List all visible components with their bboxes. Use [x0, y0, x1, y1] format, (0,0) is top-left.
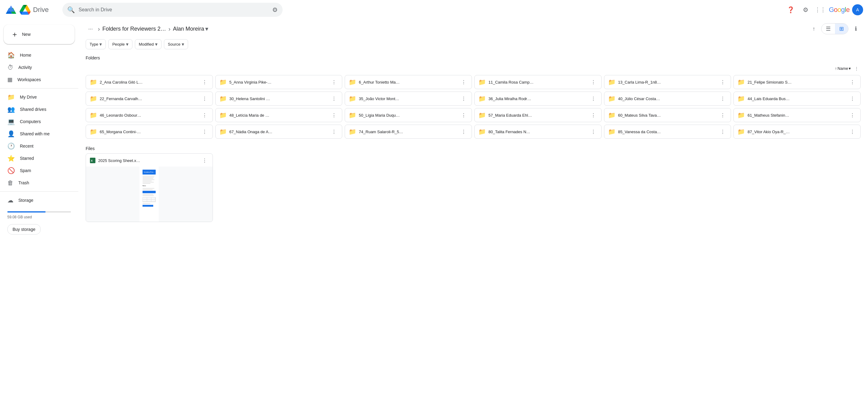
spam-icon: 🚫	[7, 167, 15, 174]
folder-more-button[interactable]: ⋮	[459, 128, 468, 136]
preview-line-3	[143, 178, 153, 179]
folder-item[interactable]: 📁 67_Nádia Onaga de A… ⋮	[215, 124, 343, 139]
folder-item[interactable]: 📁 65_Morgana Contini-… ⋮	[86, 124, 213, 139]
folder-more-button[interactable]: ⋮	[459, 78, 468, 86]
folder-item[interactable]: 📁 40_Júlio César Costa… ⋮	[604, 91, 731, 106]
folder-more-button[interactable]: ⋮	[459, 94, 468, 103]
sidebar-item-workspaces[interactable]: ▦ Workspaces	[0, 74, 73, 86]
folder-icon: 📁	[737, 78, 745, 86]
folder-more-button[interactable]: ⋮	[330, 111, 338, 119]
folder-more-button[interactable]: ⋮	[459, 111, 468, 119]
folder-more-button[interactable]: ⋮	[200, 78, 209, 86]
breadcrumb-more-button[interactable]: ···	[86, 24, 95, 34]
grid-view-button[interactable]: ⊞	[835, 24, 848, 34]
folder-icon: 📁	[349, 128, 356, 135]
folder-item[interactable]: 📁 85_Vanessa da Costa… ⋮	[604, 124, 731, 139]
logo-area: Drive	[5, 4, 60, 16]
folder-item[interactable]: 📁 2_Ana Carolina Giló L… ⋮	[86, 75, 213, 89]
modified-filter-chip[interactable]: Modified ▾	[135, 39, 161, 49]
folder-more-button[interactable]: ⋮	[200, 94, 209, 103]
sidebar-item-shared-drives[interactable]: 👥 Shared drives	[0, 103, 73, 115]
folder-more-button[interactable]: ⋮	[200, 111, 209, 119]
folder-item[interactable]: 📁 87_Vitor Akio Oya-R_… ⋮	[734, 124, 861, 139]
search-input[interactable]	[79, 7, 269, 12]
sidebar-item-spam[interactable]: 🚫 Spam	[0, 164, 73, 177]
drive-logo-icon	[5, 4, 17, 16]
info-button[interactable]: ℹ	[851, 24, 861, 34]
folder-more-button[interactable]: ⋮	[589, 78, 598, 86]
sidebar: ＋ New 🏠 Home ⏱ Activity ▦ Workspaces 📁 M…	[0, 20, 78, 395]
search-bar[interactable]: 🔍 ⚙	[62, 3, 283, 17]
sidebar-item-recent[interactable]: 🕐 Recent	[0, 140, 73, 152]
folder-item[interactable]: 📁 36_Julia Miralha Rodr… ⋮	[474, 91, 601, 106]
sort-more-button[interactable]: ⋮	[852, 64, 861, 73]
avatar[interactable]: A	[852, 4, 863, 15]
sidebar-item-storage[interactable]: ☁ Storage	[0, 194, 73, 206]
folder-more-button[interactable]: ⋮	[848, 128, 857, 136]
folder-more-button[interactable]: ⋮	[848, 94, 857, 103]
folder-more-button[interactable]: ⋮	[718, 111, 727, 119]
filter-search-icon[interactable]: ⚙	[272, 6, 278, 13]
folder-more-button[interactable]: ⋮	[330, 94, 338, 103]
folder-item[interactable]: 📁 44_Lais Eduarda Bus… ⋮	[734, 91, 861, 106]
sort-ascending-button[interactable]: ↑	[809, 24, 819, 34]
folder-more-button[interactable]: ⋮	[718, 128, 727, 136]
sidebar-item-activity[interactable]: ⏱ Activity	[0, 61, 73, 74]
source-filter-chevron: ▾	[182, 41, 184, 47]
help-button[interactable]: ❓	[785, 4, 797, 16]
folder-more-button[interactable]: ⋮	[589, 111, 598, 119]
sidebar-item-my-drive[interactable]: 📁 My Drive	[0, 91, 73, 103]
folder-item[interactable]: 📁 46_Leonardo Osbour… ⋮	[86, 108, 213, 122]
folder-icon: 📁	[349, 95, 356, 102]
breadcrumb-parent-folder[interactable]: Folders for Reviewers 2…	[102, 26, 166, 32]
folder-item[interactable]: 📁 35_João Victor Mont… ⋮	[345, 91, 472, 106]
settings-button[interactable]: ⚙	[800, 4, 812, 16]
folder-item[interactable]: 📁 61_Matheus Stefanin… ⋮	[734, 108, 861, 122]
folder-item[interactable]: 📁 74_Ruam Salaroli-R_5… ⋮	[345, 124, 472, 139]
apps-button[interactable]: ⋮⋮	[814, 4, 827, 16]
folder-item[interactable]: 📁 60_Mateus Silva Tava… ⋮	[604, 108, 731, 122]
folder-item[interactable]: 📁 13_Carla Lima-R_1n8… ⋮	[604, 75, 731, 89]
folder-more-button[interactable]: ⋮	[848, 78, 857, 86]
folder-item[interactable]: 📁 11_Camila Rosa Camp… ⋮	[474, 75, 601, 89]
folder-icon: 📁	[737, 95, 745, 102]
folder-item[interactable]: 📁 80_Talita Fernades N… ⋮	[474, 124, 601, 139]
sidebar-item-starred[interactable]: ⭐ Starred	[0, 152, 73, 164]
new-button[interactable]: ＋ New	[4, 25, 74, 44]
source-filter-chip[interactable]: Source ▾	[164, 39, 188, 49]
sort-ascending-indicator[interactable]: ↑ Name ▾	[835, 66, 851, 71]
type-filter-chip[interactable]: Type ▾	[86, 39, 106, 49]
preview-title-bar: Iniciativa Prox...	[143, 170, 156, 174]
list-view-button[interactable]: ☰	[822, 24, 835, 34]
folder-item[interactable]: 📁 30_Helena Santolini … ⋮	[215, 91, 343, 106]
folder-more-button[interactable]: ⋮	[200, 128, 209, 136]
folder-more-button[interactable]: ⋮	[589, 128, 598, 136]
folder-icon: 📁	[478, 128, 486, 135]
sidebar-item-trash[interactable]: 🗑 Trash	[0, 177, 73, 189]
folder-item[interactable]: 📁 50_Lígia Maria Duqu… ⋮	[345, 108, 472, 122]
folder-name: 57_Maria Eduarda Ehl…	[489, 113, 587, 118]
folder-more-button[interactable]: ⋮	[589, 94, 598, 103]
folder-more-button[interactable]: ⋮	[848, 111, 857, 119]
folder-more-button[interactable]: ⋮	[330, 128, 338, 136]
folder-name: 60_Mateus Silva Tava…	[618, 113, 716, 118]
people-filter-chip[interactable]: People ▾	[108, 39, 132, 49]
storage-bar-track	[7, 211, 71, 213]
folder-more-button[interactable]: ⋮	[718, 94, 727, 103]
folder-more-button[interactable]: ⋮	[330, 78, 338, 86]
folder-more-button[interactable]: ⋮	[718, 78, 727, 86]
folder-item[interactable]: 📁 22_Fernanda Carvalh… ⋮	[86, 91, 213, 106]
folder-item[interactable]: 📁 48_Letícia Maria de … ⋮	[215, 108, 343, 122]
folder-item[interactable]: 📁 5_Anna Virginia Pike-… ⋮	[215, 75, 343, 89]
sidebar-item-computers[interactable]: 💻 Computers	[0, 115, 73, 128]
folder-item[interactable]: 📁 57_Maria Eduarda Ehl… ⋮	[474, 108, 601, 122]
sidebar-item-home[interactable]: 🏠 Home	[0, 49, 73, 61]
breadcrumb-current-folder[interactable]: Alan Moreira ▾	[173, 25, 208, 32]
buy-storage-button[interactable]: Buy storage	[7, 224, 41, 234]
folder-icon: 📁	[90, 111, 97, 119]
folder-item[interactable]: 📁 6_Arthur Tonietto Ma… ⋮	[345, 75, 472, 89]
sidebar-item-shared-with-me[interactable]: 👤 Shared with me	[0, 128, 73, 140]
file-item[interactable]: X 2025 Scoring Sheet.x… ⋮ Iniciativa Pro…	[86, 153, 213, 222]
folder-item[interactable]: 📁 21_Felipe Simionato S… ⋮	[734, 75, 861, 89]
file-more-button[interactable]: ⋮	[200, 156, 209, 165]
